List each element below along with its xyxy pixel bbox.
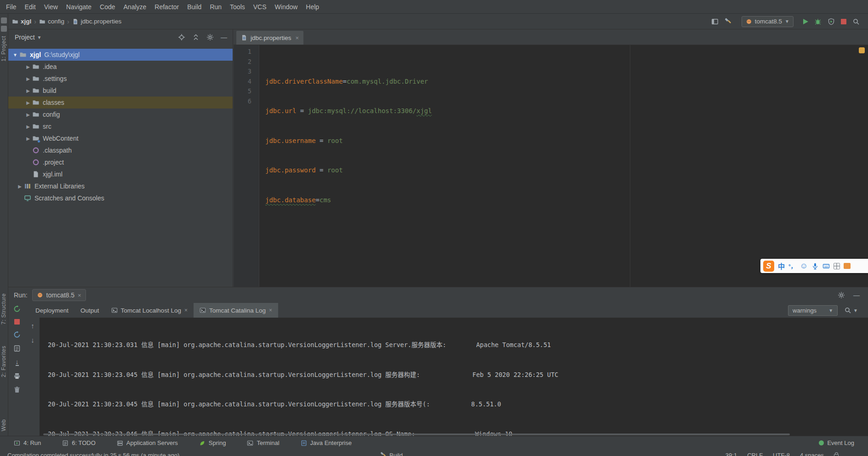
tool-strip-icon[interactable] [1, 17, 7, 23]
console-log[interactable]: 20-Jul-2021 21:30:23.031 信息 [main] org.a… [40, 318, 868, 436]
editor-tab-jdbc-properties[interactable]: jdbc.properties × [236, 31, 303, 45]
run-button[interactable] [803, 19, 808, 24]
menu-run[interactable]: Run [206, 0, 226, 14]
tree-item-external-libraries[interactable]: ▶ External Libraries [8, 180, 233, 192]
chevron-down-icon[interactable]: ▼ [37, 35, 42, 40]
tab-deployment[interactable]: Deployment [29, 303, 74, 318]
encoding-selector[interactable]: UTF-8 [773, 452, 790, 456]
build-hammer-icon[interactable] [725, 18, 732, 25]
tool-button-project[interactable]: 1: Project [0, 36, 8, 62]
tree-item-build[interactable]: ▶ build [8, 85, 233, 97]
close-icon[interactable]: × [269, 307, 272, 314]
collapse-all-icon[interactable] [192, 34, 200, 41]
coverage-button[interactable] [828, 18, 835, 25]
chevron-collapsed-icon[interactable]: ▶ [24, 76, 32, 81]
scroll-to-end-icon[interactable]: ↓ [16, 359, 19, 366]
tool-button-spring[interactable]: Spring [199, 439, 226, 446]
restart-server-icon[interactable] [13, 305, 21, 313]
build-status[interactable]: Build [380, 452, 403, 456]
menu-file[interactable]: File [2, 0, 21, 14]
tree-item-classpath[interactable]: .classpath [8, 144, 233, 156]
search-everywhere-icon[interactable] [852, 18, 860, 25]
tool-button-structure[interactable]: 7: Structure [0, 293, 8, 325]
tab-tomcat-catalina-log[interactable]: Tomcat Catalina Log× [194, 303, 278, 318]
tool-button-terminal[interactable]: Terminal [247, 439, 279, 446]
tree-item-project-file[interactable]: .project [8, 156, 233, 168]
tree-item-src[interactable]: ▶ src [8, 120, 233, 132]
tree-item-scratches[interactable]: Scratches and Consoles [8, 192, 233, 204]
tree-item-iml[interactable]: xjgl.iml [8, 168, 233, 180]
tree-item-idea[interactable]: ▶ .idea [8, 61, 233, 73]
tree-item-webcontent[interactable]: ▶ WebContent [8, 132, 233, 144]
breadcrumb-folder[interactable]: config [39, 18, 64, 25]
tool-button-web[interactable]: Web [0, 419, 8, 431]
menu-window[interactable]: Window [271, 0, 302, 14]
tool-button-run[interactable]: 4: Run [14, 439, 41, 446]
inspection-indicator-icon[interactable] [859, 47, 865, 53]
readonly-lock-icon[interactable] [834, 454, 839, 456]
caret-position[interactable]: 39:1 [725, 452, 737, 456]
tree-item-config[interactable]: ▶ config [8, 108, 233, 120]
breadcrumb-project[interactable]: xjgl [12, 18, 31, 25]
tool-button-event-log[interactable]: Event Log [819, 439, 854, 446]
chevron-expanded-icon[interactable]: ▼ [11, 52, 19, 57]
settings-gear-icon[interactable] [838, 291, 845, 299]
line-separator-selector[interactable]: CRLF [747, 452, 763, 456]
chevron-collapsed-icon[interactable]: ▶ [24, 112, 32, 117]
ime-keyboard-icon[interactable] [822, 262, 830, 270]
ime-punctuation-toggle[interactable]: °， [788, 262, 796, 270]
hide-panel-icon[interactable]: — [853, 291, 860, 299]
breadcrumb-file[interactable]: jdbc.properties [72, 18, 122, 25]
menu-vcs[interactable]: VCS [249, 0, 271, 14]
tool-button-java-enterprise[interactable]: Java Enterprise [301, 439, 352, 446]
next-message-icon[interactable]: ↓ [31, 336, 34, 343]
log-level-filter[interactable]: warnings▼ [788, 305, 838, 316]
chevron-collapsed-icon[interactable]: ▶ [24, 124, 32, 129]
tool-button-application-servers[interactable]: Application Servers [117, 439, 178, 446]
code-editor[interactable]: jdbc.driverClassName=com.mysql.jdbc.Driv… [259, 45, 868, 287]
tool-button-todo[interactable]: 6: TODO [62, 439, 96, 446]
menu-view[interactable]: View [40, 0, 62, 14]
tree-item-settings[interactable]: ▶ .settings [8, 73, 233, 85]
chevron-collapsed-icon[interactable]: ▶ [24, 88, 32, 93]
menu-help[interactable]: Help [302, 0, 323, 14]
locate-file-icon[interactable] [178, 34, 185, 41]
menu-navigate[interactable]: Navigate [62, 0, 96, 14]
tool-button-favorites[interactable]: 2: Favorites [0, 346, 8, 377]
menu-edit[interactable]: Edit [21, 0, 40, 14]
clear-all-icon[interactable] [13, 386, 21, 393]
deployments-list-icon[interactable] [13, 345, 21, 352]
tab-output[interactable]: Output [74, 303, 105, 318]
indent-selector[interactable]: 4 spaces [800, 452, 824, 456]
tree-item-root[interactable]: ▼ xjgl G:\study\xjgl [8, 49, 233, 61]
sogou-logo-icon[interactable]: S [763, 261, 774, 272]
prev-message-icon[interactable]: ↑ [31, 322, 34, 329]
ime-skin-icon[interactable] [844, 263, 851, 269]
chevron-collapsed-icon[interactable]: ▶ [24, 64, 32, 69]
chevron-collapsed-icon[interactable]: ▶ [24, 136, 32, 141]
menu-refactor[interactable]: Refactor [150, 0, 183, 14]
tool-strip-icon[interactable] [1, 26, 7, 32]
menu-analyze[interactable]: Analyze [120, 0, 151, 14]
close-icon[interactable]: × [296, 34, 299, 41]
tool-window-layout-icon[interactable] [711, 18, 719, 25]
settings-gear-icon[interactable] [206, 34, 214, 41]
menu-tools[interactable]: Tools [226, 0, 249, 14]
run-configuration-selector[interactable]: tomcat8.5 ▼ [742, 16, 794, 27]
console-search-field[interactable]: ▼ [844, 307, 858, 314]
redeploy-icon[interactable] [13, 331, 21, 338]
ime-grid-icon[interactable] [834, 263, 840, 269]
ime-language-toggle[interactable]: 中 [778, 261, 785, 271]
close-icon[interactable]: × [78, 292, 81, 299]
close-icon[interactable]: × [184, 307, 188, 314]
menu-build[interactable]: Build [183, 0, 206, 14]
tree-item-classes[interactable]: ▶ classes [8, 97, 233, 108]
tab-tomcat-localhost-log[interactable]: Tomcat Localhost Log× [105, 303, 194, 318]
ime-emoji-icon[interactable]: ☺ [800, 262, 808, 271]
chevron-collapsed-icon[interactable]: ▶ [16, 184, 24, 189]
project-panel-title[interactable]: Project [15, 34, 35, 41]
run-session-tab[interactable]: tomcat8.5 × [32, 289, 86, 301]
stop-server-icon[interactable] [14, 319, 20, 325]
hide-panel-icon[interactable]: — [221, 34, 227, 41]
menu-code[interactable]: Code [96, 0, 119, 14]
